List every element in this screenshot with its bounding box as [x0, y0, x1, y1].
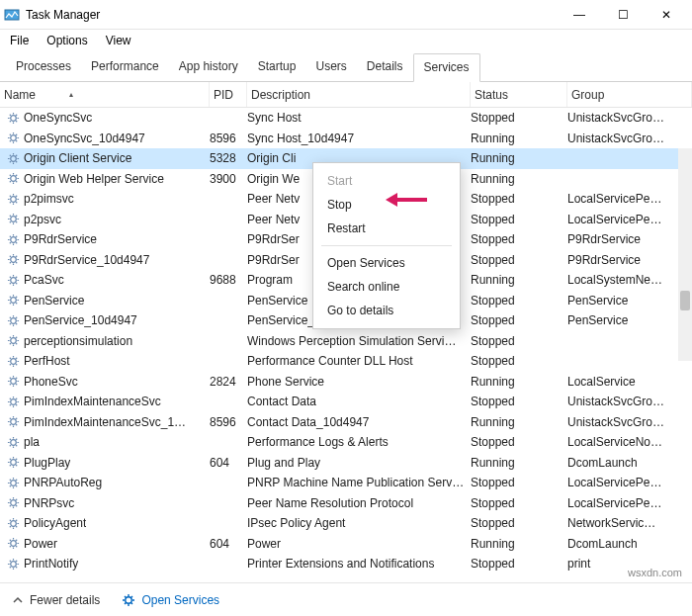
statusbar: Fewer details Open Services: [0, 582, 692, 616]
fewer-details-button[interactable]: Fewer details: [12, 593, 100, 607]
service-icon: [6, 192, 20, 206]
service-group: UnistackSvcGro…: [567, 111, 692, 125]
scroll-thumb[interactable]: [680, 291, 690, 310]
service-group: UnistackSvcGro…: [567, 395, 692, 408]
service-name: P9RdrService_10d4947: [24, 253, 149, 267]
svg-point-3: [10, 155, 16, 161]
svg-point-22: [10, 541, 16, 547]
header-name[interactable]: Name ▴: [0, 82, 210, 107]
close-button[interactable]: ✕: [645, 1, 688, 29]
svg-point-5: [10, 196, 16, 202]
table-row[interactable]: PlugPlay604Plug and PlayRunningDcomLaunc…: [0, 453, 692, 474]
svg-point-26: [126, 596, 131, 602]
open-services-link[interactable]: Open Services: [122, 593, 219, 607]
vertical-scrollbar[interactable]: [678, 148, 692, 361]
watermark: wsxdn.com: [628, 567, 682, 578]
service-icon: [6, 375, 20, 389]
context-menu-start[interactable]: Start: [313, 169, 460, 193]
svg-point-11: [10, 317, 16, 323]
maximize-button[interactable]: ☐: [601, 1, 645, 29]
table-row[interactable]: PimIndexMaintenanceSvc_1…8596Contact Dat…: [0, 412, 692, 433]
svg-point-7: [10, 236, 16, 242]
service-description: Plug and Play: [247, 456, 471, 470]
service-description: Contact Data_10d4947: [247, 415, 471, 429]
service-icon: [6, 415, 20, 429]
service-name: PhoneSvc: [24, 375, 78, 389]
menu-file[interactable]: File: [10, 34, 29, 47]
table-row[interactable]: PNRPsvcPeer Name Resolution ProtocolStop…: [0, 493, 692, 514]
service-group: DcomLaunch: [567, 456, 692, 470]
service-name: PlugPlay: [24, 456, 70, 470]
svg-point-9: [10, 277, 16, 283]
service-icon: [6, 111, 20, 125]
service-name: P9RdrService: [24, 232, 97, 246]
tab-processes[interactable]: Processes: [6, 53, 81, 81]
svg-point-20: [10, 500, 16, 506]
header-pid[interactable]: PID: [210, 82, 247, 107]
svg-point-6: [10, 217, 16, 222]
service-icon: [6, 456, 20, 470]
context-menu-go-to-details[interactable]: Go to details: [313, 299, 460, 322]
service-status: Running: [471, 537, 567, 551]
window-caption-buttons: — ☐ ✕: [558, 1, 688, 29]
header-description[interactable]: Description: [247, 82, 471, 107]
service-status: Stopped: [471, 294, 567, 308]
context-menu-search-online[interactable]: Search online: [313, 275, 460, 299]
service-description: IPsec Policy Agent: [247, 516, 471, 530]
context-menu-restart[interactable]: Restart: [313, 217, 460, 240]
menu-view[interactable]: View: [106, 34, 131, 47]
tab-performance[interactable]: Performance: [81, 53, 169, 81]
menu-options[interactable]: Options: [46, 34, 87, 47]
service-status: Running: [471, 415, 567, 429]
tab-services[interactable]: Services: [413, 53, 480, 82]
tab-details[interactable]: Details: [357, 53, 413, 81]
service-description: Performance Logs & Alerts: [247, 435, 471, 449]
service-status: Stopped: [471, 111, 567, 125]
menubar: File Options View: [0, 30, 692, 53]
tab-app-history[interactable]: App history: [169, 53, 248, 81]
minimize-button[interactable]: —: [558, 1, 601, 29]
table-row[interactable]: PrintNotifyPrinter Extensions and Notifi…: [0, 554, 692, 574]
table-row[interactable]: OneSyncSvcSync HostStoppedUnistackSvcGro…: [0, 108, 692, 129]
table-row[interactable]: OneSyncSvc_10d49478596Sync Host_10d4947R…: [0, 129, 692, 149]
service-icon: [6, 294, 20, 308]
service-name: PimIndexMaintenanceSvc: [24, 395, 161, 408]
table-row[interactable]: plaPerformance Logs & AlertsStoppedLocal…: [0, 432, 692, 453]
table-row[interactable]: PhoneSvc2824Phone ServiceRunningLocalSer…: [0, 372, 692, 393]
service-icon: [6, 557, 20, 571]
context-menu: Start Stop Restart Open Services Search …: [312, 162, 461, 329]
table-row[interactable]: Power604PowerRunningDcomLaunch: [0, 534, 692, 555]
service-description: Phone Service: [247, 375, 471, 389]
service-icon: [6, 435, 20, 449]
service-name: PolicyAgent: [24, 516, 86, 530]
table-row[interactable]: PimIndexMaintenanceSvcContact DataStoppe…: [0, 392, 692, 412]
service-status: Stopped: [471, 354, 567, 368]
service-status: Stopped: [471, 313, 567, 327]
context-menu-separator: [321, 245, 452, 246]
tab-startup[interactable]: Startup: [248, 53, 306, 81]
table-row[interactable]: perceptionsimulationWindows Perception S…: [0, 331, 692, 352]
context-menu-open-services[interactable]: Open Services: [313, 251, 460, 275]
service-name: Origin Web Helper Service: [24, 172, 164, 186]
service-status: Stopped: [471, 435, 567, 449]
service-name: PerfHost: [24, 354, 70, 368]
header-status-label: Status: [475, 88, 508, 102]
service-pid: 604: [210, 456, 247, 470]
service-group: PenService: [567, 294, 692, 308]
header-status[interactable]: Status: [471, 82, 567, 107]
header-group[interactable]: Group: [567, 82, 692, 107]
service-icon: [6, 151, 20, 165]
service-name: OneSyncSvc: [24, 111, 92, 125]
window-title: Task Manager: [26, 8, 100, 22]
service-status: Running: [471, 456, 567, 470]
annotation-arrow-icon: [386, 191, 429, 212]
table-row[interactable]: PolicyAgentIPsec Policy AgentStoppedNetw…: [0, 513, 692, 534]
table-row[interactable]: PNRPAutoRegPNRP Machine Name Publication…: [0, 473, 692, 493]
header-name-label: Name: [4, 88, 36, 102]
service-group: LocalServicePe…: [567, 192, 692, 206]
app-icon: [4, 7, 20, 23]
table-row[interactable]: PerfHostPerformance Counter DLL HostStop…: [0, 351, 692, 372]
tab-users[interactable]: Users: [305, 53, 356, 81]
window-titlebar: Task Manager — ☐ ✕: [0, 0, 692, 30]
service-pid: 5328: [210, 151, 247, 165]
